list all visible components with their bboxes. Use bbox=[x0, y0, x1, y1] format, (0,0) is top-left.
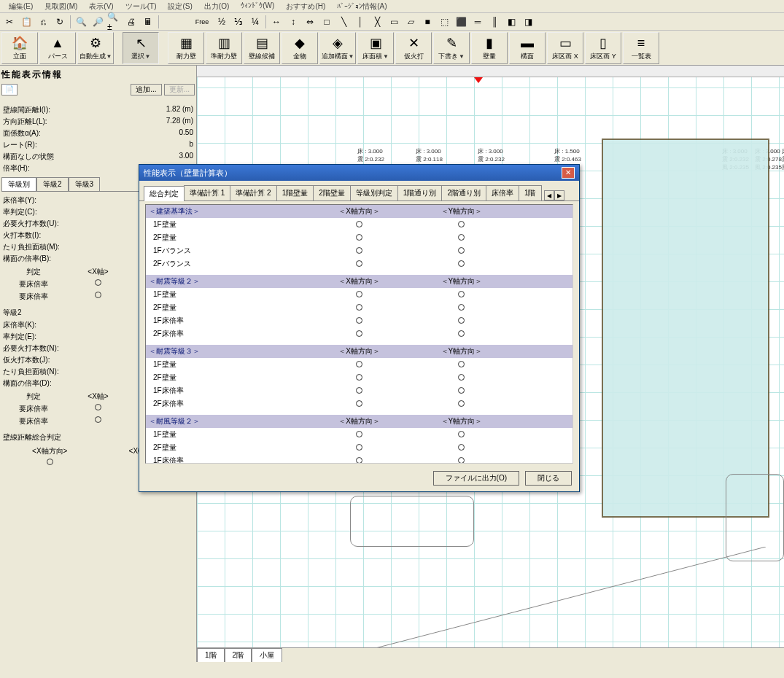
draw-icon[interactable]: ⇔ bbox=[302, 15, 318, 29]
bigtool-金物[interactable]: ◆ 金物 bbox=[282, 32, 318, 64]
dialog-tab-8[interactable]: 床倍率 bbox=[486, 185, 519, 200]
bigtool-パース[interactable]: ▲ パース bbox=[39, 32, 76, 64]
subtab-grade[interactable]: 等級別 bbox=[1, 177, 36, 191]
bigtool-構面[interactable]: ▬ 構面 bbox=[509, 32, 546, 64]
tab-roof[interactable]: 小屋 bbox=[252, 648, 282, 662]
draw-icon[interactable]: □ bbox=[319, 15, 335, 29]
draw-icon[interactable]: ■ bbox=[419, 15, 435, 29]
export-file-button[interactable]: ファイルに出力(O) bbox=[433, 471, 519, 486]
redo-icon[interactable]: ↻ bbox=[52, 15, 68, 29]
menu-mitori[interactable]: 見取図(M) bbox=[39, 1, 83, 11]
table-row: 2F壁量 bbox=[146, 301, 573, 314]
menu-settings[interactable]: 設定(S) bbox=[162, 1, 198, 11]
third-btn[interactable]: ⅓ bbox=[230, 15, 247, 29]
bigtool-床区画 Y[interactable]: ▯ 床区画 Y bbox=[585, 32, 621, 64]
table-row: 2Fバランス bbox=[146, 257, 573, 270]
add-button[interactable]: 追加... bbox=[131, 84, 161, 96]
draw-icon[interactable]: ║ bbox=[486, 15, 502, 29]
tool-icon: 🏠 bbox=[12, 35, 28, 51]
close-button[interactable]: 閉じる bbox=[525, 471, 572, 486]
tool-label: 床区画 Y bbox=[590, 52, 616, 61]
dialog-tab-7[interactable]: 2階通り別 bbox=[441, 185, 486, 200]
table-row: 2F壁量 bbox=[146, 441, 573, 454]
dialog-tab-0[interactable]: 総合判定 bbox=[144, 186, 185, 201]
axis-x-dir: <X軸方向> bbox=[1, 446, 98, 456]
bigtool-追加構面[interactable]: ◈ 追加構面▼ bbox=[319, 32, 356, 64]
update-button: 更新... bbox=[164, 84, 195, 96]
draw-icon[interactable]: ⬚ bbox=[436, 15, 452, 29]
draw-icon[interactable]: ↔ bbox=[268, 15, 284, 29]
tool-icon: ▬ bbox=[521, 36, 534, 51]
menu-version[interactable]: ﾊﾞｰｼﾞｮﾝ情報(A) bbox=[331, 1, 392, 11]
tool-icon: ✕ bbox=[408, 35, 419, 51]
bigtool-床区画 X[interactable]: ▭ 床区画 X bbox=[547, 32, 583, 64]
draw-icon[interactable]: ↕ bbox=[285, 15, 301, 29]
draw-icon[interactable]: ◧ bbox=[503, 15, 519, 29]
bigtool-一覧表[interactable]: ≡ 一覧表 bbox=[623, 32, 659, 64]
dialog-tab-4[interactable]: 2階壁量 bbox=[313, 185, 351, 200]
draw-icon[interactable]: ▱ bbox=[403, 15, 419, 29]
quarter-btn[interactable]: ¼ bbox=[247, 15, 263, 29]
menu-view[interactable]: 表示(V) bbox=[83, 1, 119, 11]
bigtool-選択[interactable]: ↖ 選択▼ bbox=[123, 32, 159, 64]
close-icon[interactable]: ✕ bbox=[562, 167, 575, 179]
subtab-grade2[interactable]: 等級2 bbox=[36, 177, 69, 191]
menu-output[interactable]: 出力(O) bbox=[198, 1, 235, 11]
tab-1f[interactable]: 1階 bbox=[197, 648, 225, 662]
menu-window[interactable]: ｳｨﾝﾄﾞｳ(W) bbox=[235, 1, 280, 11]
calc-icon[interactable]: 🖩 bbox=[140, 15, 156, 29]
dialog-tab-3[interactable]: 1階壁量 bbox=[276, 185, 314, 200]
dialog-tab-1[interactable]: 準備計算 1 bbox=[184, 185, 230, 200]
undo-icon[interactable]: ⎌ bbox=[35, 15, 51, 29]
bigtool-準耐力壁[interactable]: ▥ 準耐力壁 bbox=[206, 32, 242, 64]
floor-rate-label: 要床倍率 bbox=[1, 416, 66, 426]
tool-icon: ▮ bbox=[486, 35, 493, 51]
tool-icon: ▯ bbox=[599, 35, 607, 51]
free-btn[interactable]: Free bbox=[191, 15, 213, 29]
draw-icon[interactable]: ╲ bbox=[335, 15, 352, 29]
dialog-tab-6[interactable]: 1階通り別 bbox=[397, 185, 443, 200]
bigtool-壁量[interactable]: ▮ 壁量 bbox=[471, 32, 508, 64]
menu-recommend[interactable]: おすすめ(H) bbox=[280, 1, 331, 11]
panel-icon-btn[interactable]: 📄 bbox=[1, 84, 18, 96]
group-header: ＜建築基準法＞＜X軸方向＞＜Y軸方向＞ bbox=[146, 205, 573, 218]
draw-icon[interactable]: │ bbox=[352, 15, 368, 29]
table-row: 1F床倍率 bbox=[146, 314, 573, 327]
table-row: 2F床倍率 bbox=[146, 327, 573, 340]
table-row: 1F壁量 bbox=[146, 288, 573, 301]
tab-2f[interactable]: 2階 bbox=[225, 648, 252, 662]
draw-icon[interactable]: ⬛ bbox=[453, 15, 469, 29]
zoom-fit-icon[interactable]: 🔍± bbox=[106, 15, 123, 29]
menu-edit[interactable]: 編集(E) bbox=[3, 1, 39, 11]
dialog-tab-2[interactable]: 準備計算 2 bbox=[230, 185, 276, 200]
zoom-in-icon[interactable]: 🔍 bbox=[73, 15, 89, 29]
tool-label: 構面 bbox=[521, 52, 534, 61]
dialog-title-text: 性能表示（壁量計算表） bbox=[144, 168, 232, 179]
draw-icon[interactable]: ═ bbox=[470, 15, 486, 29]
tab-scroll-left[interactable]: ◀ bbox=[544, 190, 554, 200]
dialog-titlebar[interactable]: 性能表示（壁量計算表） ✕ bbox=[139, 165, 579, 181]
draw-icon[interactable]: ▭ bbox=[386, 15, 402, 29]
menu-tools[interactable]: ツール(T) bbox=[120, 1, 163, 11]
print-icon[interactable]: 🖨 bbox=[123, 15, 139, 29]
subtab-grade3[interactable]: 等級3 bbox=[69, 177, 101, 191]
draw-icon[interactable]: ◨ bbox=[520, 15, 536, 29]
bigtool-下書き[interactable]: ✎ 下書き▼ bbox=[433, 32, 470, 64]
tool-label: 仮火打 bbox=[404, 52, 424, 61]
cut-icon[interactable]: ✂ bbox=[1, 15, 18, 29]
zoom-out-icon[interactable]: 🔎 bbox=[90, 15, 106, 29]
group-header: ＜耐震等級２＞＜X軸方向＞＜Y軸方向＞ bbox=[146, 275, 573, 288]
paste-icon[interactable]: 📋 bbox=[18, 15, 34, 29]
dialog-tab-9[interactable]: 1階 bbox=[519, 185, 542, 200]
dialog-tab-5[interactable]: 等級別判定 bbox=[350, 185, 398, 200]
bigtool-耐力壁[interactable]: ▦ 耐力壁 bbox=[168, 32, 204, 64]
tab-scroll-right[interactable]: ▶ bbox=[554, 190, 564, 200]
bigtool-立面[interactable]: 🏠 立面 bbox=[1, 32, 38, 64]
bigtool-自動生成[interactable]: ⚙ 自動生成▼ bbox=[77, 32, 114, 64]
bigtool-仮火打[interactable]: ✕ 仮火打 bbox=[395, 32, 432, 64]
half-btn[interactable]: ½ bbox=[214, 15, 230, 29]
bigtool-床面積[interactable]: ▣ 床面積▼ bbox=[357, 32, 394, 64]
floor-rate-label: 要床倍率 bbox=[1, 292, 66, 302]
draw-icon[interactable]: ╳ bbox=[369, 15, 385, 29]
bigtool-壁線候補[interactable]: ▤ 壁線候補 bbox=[244, 32, 280, 64]
